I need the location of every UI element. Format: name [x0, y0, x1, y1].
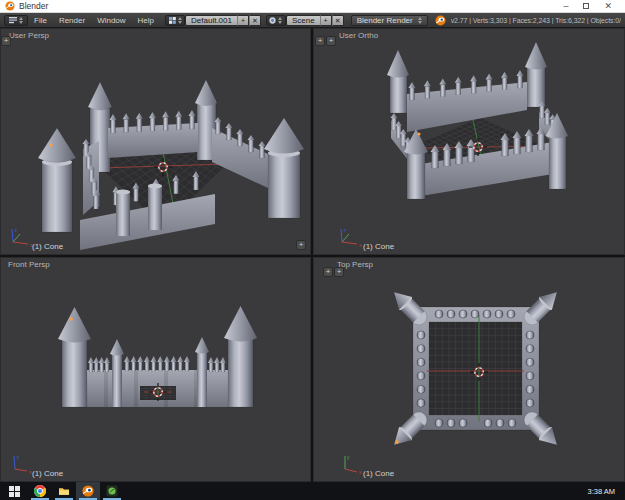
menu-window[interactable]: Window: [91, 13, 131, 28]
browse-layouts-button[interactable]: [165, 15, 185, 26]
viewport-canvas[interactable]: [0, 257, 311, 482]
expand-region-button[interactable]: +: [296, 240, 306, 250]
taskbar-green-app-button[interactable]: [100, 482, 124, 500]
viewport-mode-label: Front Persp: [8, 260, 50, 269]
castle-front-left-tower: [38, 128, 76, 232]
green-app-icon: [106, 485, 118, 497]
menu-help[interactable]: Help: [132, 13, 160, 28]
viewport-user-ortho[interactable]: User Ortho + + z x (1) Cone: [313, 28, 625, 255]
selected-origin-dot: [49, 143, 52, 146]
info-header: File Render Window Help Default.001 + ✕ …: [0, 13, 625, 28]
browse-scenes-button[interactable]: [266, 15, 286, 26]
maximize-button[interactable]: [583, 3, 589, 9]
castle-front-right-tower: [264, 118, 304, 218]
svg-text:z: z: [17, 454, 20, 460]
render-engine-value: Blender Render: [357, 16, 413, 25]
viewport-top-persp[interactable]: Top Persp + + y x (1) Cone: [313, 257, 625, 482]
svg-text:z: z: [344, 227, 347, 233]
dropdown-arrows-icon: [19, 17, 23, 24]
add-layout-button[interactable]: +: [237, 15, 249, 26]
file-explorer-icon: [58, 485, 70, 497]
window-title: Blender: [19, 1, 48, 11]
windows-taskbar: 3:38 AM: [0, 482, 625, 500]
render-engine-select[interactable]: Blender Render: [351, 15, 428, 26]
active-object-label: (1) Cone: [32, 469, 63, 478]
expand-region-button[interactable]: +: [323, 267, 333, 277]
svg-text:x: x: [359, 242, 362, 248]
delete-scene-button[interactable]: ✕: [332, 15, 344, 26]
castle-mid-right-tower: [195, 337, 209, 407]
add-scene-button[interactable]: +: [320, 15, 332, 26]
viewport-canvas[interactable]: [313, 257, 625, 482]
taskbar-explorer-button[interactable]: [52, 482, 76, 500]
blender-icon: [82, 485, 94, 497]
axis-gizmo: z x: [335, 224, 365, 248]
editor-type-button[interactable]: [4, 15, 28, 26]
layout-name-field[interactable]: Default.001: [185, 15, 237, 26]
minimize-button[interactable]: –: [563, 2, 568, 11]
menu-render[interactable]: Render: [53, 13, 91, 28]
viewport-front-persp[interactable]: Front Persp z x (1) Cone: [0, 257, 311, 482]
castle-back-left-tower: [387, 50, 409, 113]
delete-layout-button[interactable]: ✕: [249, 15, 261, 26]
svg-text:x: x: [359, 469, 362, 475]
dropdown-arrows-icon: [418, 17, 422, 24]
viewport-area: User Persp + + z x (1) Cone: [0, 28, 625, 482]
expand-region-button[interactable]: +: [315, 36, 325, 46]
viewport-canvas[interactable]: [0, 28, 311, 255]
active-object-label: (1) Cone: [32, 242, 63, 251]
taskbar-blender-button[interactable]: [76, 482, 100, 500]
viewport-canvas[interactable]: [313, 28, 625, 255]
selected-origin-dot: [395, 440, 398, 443]
scene-icon: [269, 17, 276, 24]
scene-statistics: v2.77 | Verts:3,303 | Faces:2,243 | Tris…: [451, 17, 621, 24]
selected-origin-dot: [418, 133, 421, 136]
svg-text:y: y: [347, 454, 350, 460]
expand-region-button[interactable]: +: [326, 36, 336, 46]
castle-right-tower: [224, 306, 257, 407]
start-button[interactable]: [0, 482, 28, 500]
taskbar-clock[interactable]: 3:38 AM: [587, 487, 625, 496]
info-editor-icon: [9, 16, 17, 24]
windows-logo-icon: [9, 486, 20, 497]
dropdown-arrows-icon: [178, 17, 182, 24]
expand-region-button[interactable]: +: [1, 36, 11, 46]
svg-text:z: z: [15, 227, 18, 233]
active-object-label: (1) Cone: [363, 242, 394, 251]
dropdown-arrows-icon: [278, 17, 282, 24]
selected-origin-dot: [69, 317, 72, 320]
viewport-user-persp[interactable]: User Persp + + z x (1) Cone: [0, 28, 311, 255]
castle-left-tower: [58, 307, 91, 407]
screen-layout-icon: [169, 17, 176, 24]
menu-file[interactable]: File: [28, 13, 53, 28]
taskbar-chrome-button[interactable]: [28, 482, 52, 500]
blender-logo-icon: [435, 15, 446, 26]
viewport-mode-label: User Ortho: [339, 31, 378, 40]
expand-region-button[interactable]: +: [334, 267, 344, 277]
blender-logo-icon: [5, 1, 15, 11]
castle-back-right-tower: [525, 42, 547, 107]
castle-mid-left-tower: [110, 339, 124, 407]
scene-name-field[interactable]: Scene: [286, 15, 320, 26]
active-object-label: (1) Cone: [363, 469, 394, 478]
viewport-mode-label: User Persp: [9, 31, 49, 40]
window-titlebar: Blender – ✕: [0, 0, 625, 13]
close-button[interactable]: ✕: [604, 2, 612, 11]
chrome-icon: [34, 485, 46, 497]
